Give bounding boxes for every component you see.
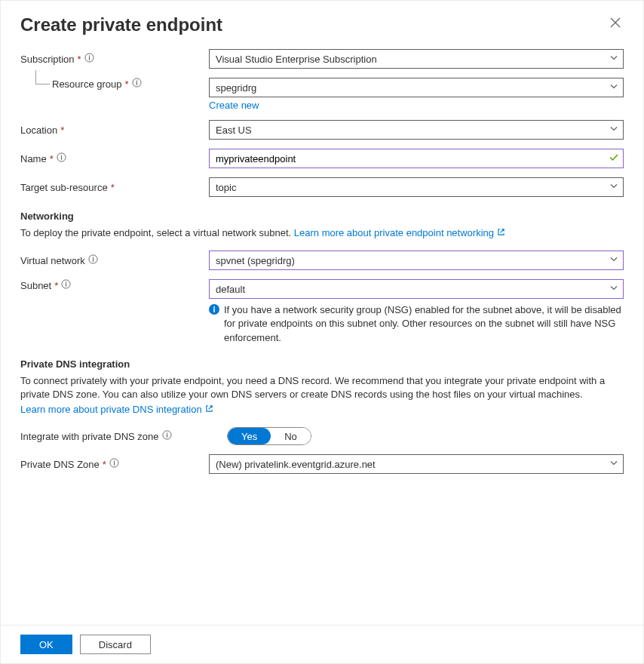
discard-button[interactable]: Discard — [80, 635, 151, 654]
check-icon — [609, 152, 619, 165]
location-dropdown[interactable]: East US — [209, 120, 624, 140]
create-private-endpoint-panel: Create private endpoint Subscription * V… — [0, 0, 644, 664]
dns-zone-dropdown[interactable]: (New) privatelink.eventgrid.azure.net — [209, 454, 624, 474]
chevron-down-icon — [609, 459, 618, 470]
row-subscription: Subscription * Visual Studio Enterprise … — [20, 49, 624, 69]
row-resource-group: Resource group * spegridrg Create new — [20, 78, 624, 111]
info-icon[interactable] — [162, 430, 172, 442]
row-target-subresource: Target sub-resource * topic — [20, 177, 624, 197]
subnet-note-text: If you have a network security group (NS… — [224, 303, 624, 345]
toggle-no[interactable]: No — [271, 428, 311, 444]
label-target: Target sub-resource * — [20, 182, 209, 193]
integrate-dns-toggle: Yes No — [227, 427, 311, 445]
required-asterisk: * — [54, 280, 58, 291]
target-subresource-dropdown[interactable]: topic — [209, 177, 624, 197]
vnet-label-text: Virtual network — [20, 255, 85, 266]
dns-zone-label-text: Private DNS Zone — [20, 459, 100, 470]
dns-learn-more-wrap: Learn more about private DNS integration — [20, 403, 624, 417]
dns-zone-value: (New) privatelink.eventgrid.azure.net — [216, 459, 376, 470]
label-location: Location * — [20, 124, 209, 136]
target-label-text: Target sub-resource — [20, 182, 108, 193]
vnet-value: spvnet (spegridrg) — [216, 255, 295, 266]
row-subnet: Subnet * default If you have a n — [20, 279, 624, 345]
subscription-value: Visual Studio Enterprise Subscription — [216, 54, 377, 65]
panel-body: Subscription * Visual Studio Enterprise … — [1, 42, 643, 625]
info-icon[interactable] — [61, 279, 71, 291]
subnet-note: If you have a network security group (NS… — [209, 303, 624, 345]
required-asterisk: * — [60, 124, 64, 136]
info-icon[interactable] — [57, 152, 66, 164]
subnet-label-text: Subnet — [20, 280, 51, 291]
info-icon[interactable] — [88, 254, 98, 266]
virtual-network-dropdown[interactable]: spvnet (spegridrg) — [209, 251, 624, 270]
required-asterisk: * — [78, 54, 81, 65]
subscription-label-text: Subscription — [20, 54, 75, 65]
rg-value: spegridrg — [216, 82, 256, 94]
required-asterisk: * — [103, 459, 106, 470]
label-integrate: Integrate with private DNS zone — [20, 430, 227, 442]
label-subnet: Subnet * — [20, 279, 209, 291]
required-asterisk: * — [50, 153, 54, 164]
info-filled-icon — [209, 304, 219, 345]
name-label-text: Name — [20, 153, 47, 164]
networking-link-text: Learn more about private endpoint networ… — [294, 226, 494, 240]
row-location: Location * East US — [20, 120, 624, 140]
toggle-yes[interactable]: Yes — [228, 428, 271, 444]
info-icon[interactable] — [84, 53, 94, 65]
label-dns-zone: Private DNS Zone * — [20, 458, 209, 470]
info-icon[interactable] — [109, 458, 119, 470]
chevron-down-icon — [609, 182, 618, 193]
dns-learn-more-link[interactable]: Learn more about private DNS integration — [20, 403, 213, 417]
networking-description: To deploy the private endpoint, select a… — [20, 226, 624, 240]
dns-description: To connect privately with your private e… — [20, 374, 624, 401]
rg-label-text: Resource group — [52, 78, 122, 90]
section-heading-dns: Private DNS integration — [20, 358, 624, 370]
label-subscription: Subscription * — [20, 53, 209, 65]
subnet-dropdown[interactable]: default — [209, 279, 624, 299]
section-heading-networking: Networking — [20, 211, 624, 222]
target-value: topic — [216, 182, 236, 193]
name-input[interactable] — [209, 149, 624, 168]
subscription-dropdown[interactable]: Visual Studio Enterprise Subscription — [209, 49, 624, 69]
chevron-down-icon — [609, 124, 618, 136]
ok-button[interactable]: OK — [20, 635, 72, 654]
required-asterisk: * — [125, 78, 129, 90]
chevron-down-icon — [609, 284, 618, 295]
close-button[interactable] — [607, 14, 624, 33]
label-name: Name * — [20, 152, 209, 164]
panel-footer: OK Discard — [1, 625, 643, 663]
external-link-icon — [497, 226, 505, 240]
chevron-down-icon — [609, 255, 618, 266]
create-new-rg-link[interactable]: Create new — [209, 100, 259, 111]
row-dns-zone: Private DNS Zone * (New) privatelink.eve… — [20, 454, 624, 474]
row-name: Name * — [20, 149, 624, 168]
chevron-down-icon — [609, 54, 618, 65]
chevron-down-icon — [609, 82, 618, 94]
location-value: East US — [216, 124, 252, 136]
row-integrate-toggle: Integrate with private DNS zone Yes No — [20, 427, 624, 445]
label-vnet: Virtual network — [20, 254, 209, 266]
location-label-text: Location — [20, 124, 57, 136]
panel-title: Create private endpoint — [20, 14, 222, 35]
resource-group-dropdown[interactable]: spegridrg — [209, 78, 624, 97]
info-icon[interactable] — [132, 78, 142, 90]
subnet-value: default — [216, 284, 245, 295]
dns-link-text: Learn more about private DNS integration — [20, 403, 202, 417]
integrate-label-text: Integrate with private DNS zone — [20, 431, 159, 442]
close-icon — [610, 19, 621, 30]
panel-header: Create private endpoint — [1, 1, 643, 42]
networking-learn-more-link[interactable]: Learn more about private endpoint networ… — [294, 226, 505, 240]
label-resource-group: Resource group * — [20, 78, 209, 90]
row-virtual-network: Virtual network spvnet (spegridrg) — [20, 251, 624, 270]
networking-desc-text: To deploy the private endpoint, select a… — [20, 227, 294, 238]
required-asterisk: * — [111, 182, 115, 193]
external-link-icon — [205, 403, 213, 417]
